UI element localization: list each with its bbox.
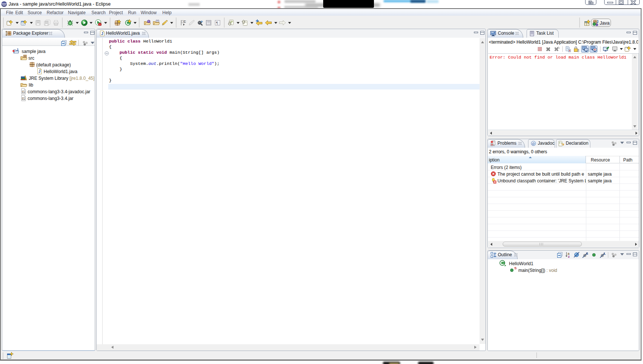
svg-text:C: C: [184, 20, 186, 23]
svg-text:¶: ¶: [216, 21, 218, 25]
svg-text:J: J: [38, 69, 41, 73]
svg-text:J: J: [596, 20, 599, 24]
svg-text:J: J: [16, 48, 18, 51]
svg-text:J: J: [101, 32, 103, 36]
svg-text:z: z: [568, 255, 570, 258]
